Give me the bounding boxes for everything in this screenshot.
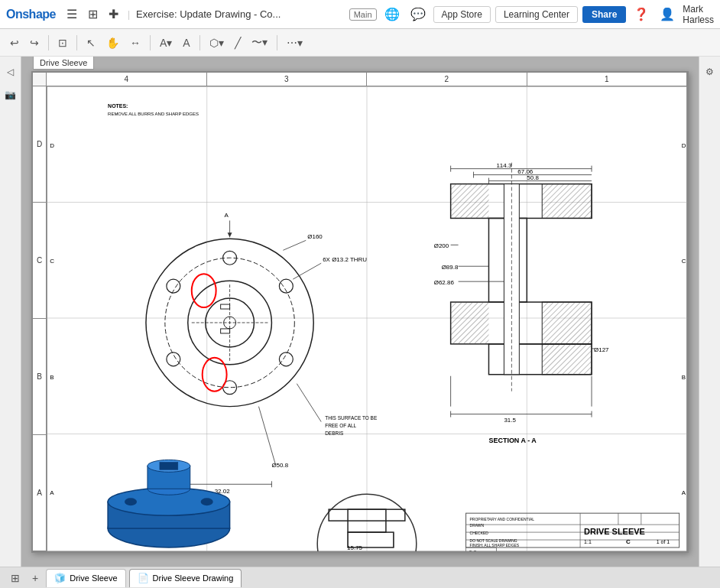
svg-text:DRAWN: DRAWN — [470, 523, 485, 528]
horizontal-ruler: 4 3 2 1 — [33, 73, 687, 86]
svg-text:Ø160: Ø160 — [307, 233, 323, 240]
ruler-v-d: D — [33, 86, 46, 203]
app-store-button[interactable]: App Store — [433, 6, 491, 23]
svg-text:A: A — [225, 212, 229, 219]
toolbar-sep-2 — [76, 35, 77, 50]
line-button[interactable]: ╱ — [231, 34, 245, 51]
svg-text:Ø89.8: Ø89.8 — [442, 264, 459, 271]
drawing-sheet: Drive Sleeve 4 3 2 1 D C B A — [31, 71, 689, 553]
dimension-button[interactable]: ↔ — [126, 34, 144, 51]
svg-text:THIS SURFACE TO BE: THIS SURFACE TO BE — [325, 414, 378, 420]
drawing-svg: NOTES: REMOVE ALL BURRS AND SHARP EDGES — [47, 86, 687, 551]
svg-text:Ø200: Ø200 — [434, 242, 449, 249]
user-name: Mark Harless — [683, 4, 714, 25]
help-button[interactable]: ❓ — [631, 5, 652, 23]
tab-label-drive-sleeve: Drive Sleeve — [70, 573, 117, 583]
ruler-h-3: 3 — [207, 73, 368, 86]
user-icon[interactable]: 👤 — [657, 5, 678, 23]
ruler-v-c: C — [33, 203, 46, 319]
svg-rect-51 — [542, 302, 592, 344]
globe-icon[interactable]: 🌐 — [381, 5, 403, 23]
tab-drive-sleeve[interactable]: 🧊 Drive Sleeve — [46, 569, 125, 587]
pan-button[interactable]: ✋ — [102, 34, 123, 51]
svg-text:⊕ ⊕: ⊕ ⊕ — [469, 549, 478, 551]
ruler-h-4: 4 — [47, 73, 207, 86]
svg-text:C: C — [626, 538, 631, 545]
svg-text:114.3: 114.3 — [496, 161, 512, 168]
curve-button[interactable]: 〜▾ — [248, 34, 271, 52]
note-button[interactable]: A — [179, 34, 193, 51]
svg-text:NOTES:: NOTES: — [108, 102, 128, 108]
toolbar-sep-5 — [277, 35, 277, 50]
drawing-content: NOTES: REMOVE ALL BURRS AND SHARP EDGES — [47, 86, 687, 551]
add-tab-button[interactable]: + — [28, 570, 43, 586]
svg-text:31.5: 31.5 — [504, 416, 516, 423]
tab-label-drawing: Drive Sleeve Drawing — [153, 573, 234, 583]
svg-point-23 — [167, 352, 180, 365]
svg-text:Ø50.8: Ø50.8 — [271, 462, 288, 469]
svg-line-34 — [258, 406, 275, 464]
svg-text:FREE OF ALL: FREE OF ALL — [325, 422, 356, 427]
select-button[interactable]: ↖ — [83, 34, 99, 51]
svg-text:DRIVE SLEEVE: DRIVE SLEEVE — [584, 527, 645, 536]
svg-rect-57 — [451, 184, 489, 218]
share-button[interactable]: Share — [582, 6, 626, 23]
svg-text:DEBRIS: DEBRIS — [325, 430, 344, 435]
svg-text:C: C — [50, 258, 54, 265]
svg-rect-28 — [221, 328, 230, 333]
add-button[interactable]: ✚ — [105, 5, 122, 23]
shape-button[interactable]: ⬡▾ — [206, 34, 228, 51]
toolbar-sep-4 — [199, 35, 200, 50]
ruler-v-b: B — [33, 319, 46, 435]
svg-marker-41 — [228, 232, 232, 237]
settings-button[interactable]: ⚙ — [701, 63, 719, 81]
toolbar: ↩ ↪ ⊡ ↖ ✋ ↔ A▾ A ⬡▾ ╱ 〜▾ ⋯▾ — [0, 29, 720, 57]
svg-text:REMOVE ALL BURRS AND SHARP EDG: REMOVE ALL BURRS AND SHARP EDGES — [108, 111, 199, 115]
svg-text:Ø62.86: Ø62.86 — [434, 279, 455, 286]
chat-icon[interactable]: 💬 — [407, 5, 429, 23]
sheet-label: Drive Sleeve — [33, 57, 94, 70]
grid-button[interactable]: ⊞ — [85, 5, 101, 23]
left-panel-toggle[interactable]: ◁ — [2, 63, 20, 81]
svg-text:SECTION A - A: SECTION A - A — [488, 437, 537, 444]
main-area: ◁ 📷 Drive Sleeve 4 3 2 1 D C B A — [0, 57, 720, 567]
right-sidebar: ⚙ — [699, 57, 720, 567]
svg-line-31 — [293, 263, 321, 279]
vertical-ruler: D C B A — [33, 73, 47, 551]
ruler-h-1: 1 — [527, 73, 688, 86]
svg-text:A: A — [50, 489, 54, 496]
text-button[interactable]: A▾ — [156, 34, 176, 51]
svg-text:C: C — [682, 258, 686, 265]
svg-text:D: D — [50, 141, 54, 148]
tab-icon-3d: 🧊 — [54, 573, 66, 583]
redo-button[interactable]: ↪ — [26, 34, 43, 51]
menu-button[interactable]: ☰ — [63, 5, 80, 23]
tab-drive-sleeve-drawing[interactable]: 📄 Drive Sleeve Drawing — [129, 569, 242, 587]
toolbar-sep-1 — [48, 35, 49, 50]
learning-center-button[interactable]: Learning Center — [495, 6, 578, 23]
svg-text:1:1: 1:1 — [584, 539, 592, 544]
svg-line-29 — [283, 240, 306, 250]
ruler-v-a: A — [33, 435, 46, 551]
document-title: Exercise: Update Drawing - Co... — [136, 8, 345, 20]
onshape-logo: Onshape — [6, 8, 56, 21]
svg-point-87 — [125, 498, 137, 505]
svg-rect-58 — [451, 302, 489, 344]
canvas-area[interactable]: Drive Sleeve 4 3 2 1 D C B A — [21, 57, 699, 567]
undo-button[interactable]: ↩ — [6, 34, 23, 51]
topbar: Onshape ☰ ⊞ ✚ | Exercise: Update Drawing… — [0, 0, 720, 29]
svg-text:B: B — [682, 373, 686, 380]
svg-rect-53 — [542, 343, 592, 374]
svg-text:A: A — [682, 489, 686, 496]
camera-button[interactable]: 📷 — [2, 86, 20, 104]
svg-text:Ø127: Ø127 — [594, 346, 609, 352]
ruler-h-2: 2 — [367, 73, 527, 86]
svg-text:D: D — [682, 141, 686, 148]
svg-text:6X Ø13.2 THRU: 6X Ø13.2 THRU — [323, 256, 367, 263]
more-button[interactable]: ⋯▾ — [283, 34, 306, 51]
branch-tag: Main — [349, 8, 377, 21]
svg-point-26 — [203, 357, 227, 391]
fit-button[interactable]: ⊡ — [54, 34, 71, 51]
svg-point-88 — [201, 498, 213, 505]
grid-tab-icon[interactable]: ⊞ — [6, 570, 24, 586]
